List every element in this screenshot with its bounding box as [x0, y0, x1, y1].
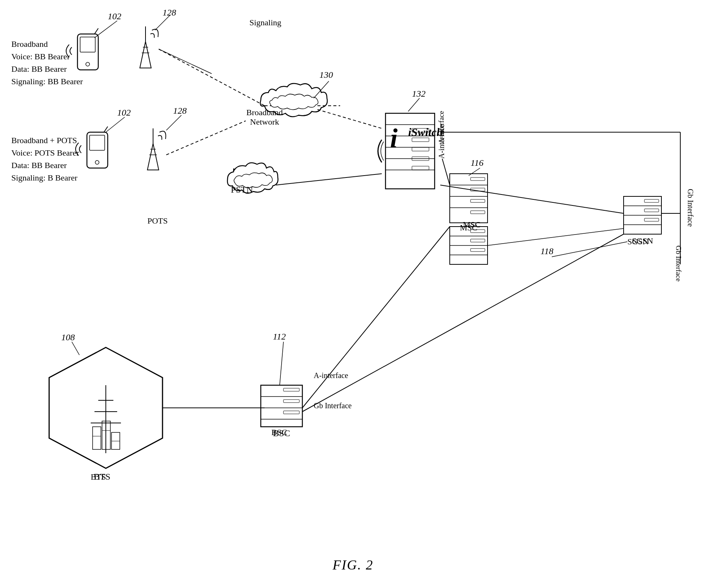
svg-line-23 [276, 174, 382, 185]
ref-108: 108 [61, 332, 75, 343]
sgsn-label: SGSN [627, 236, 649, 248]
gb-interface-bottom-label: Gb Interface [314, 400, 352, 411]
figure-caption: FIG. 2 [333, 557, 373, 573]
ref-118: 118 [540, 246, 553, 256]
svg-text:Gb Interface: Gb Interface [686, 189, 695, 227]
diagram-container: Broadband Network PSTN [0, 0, 706, 588]
ref-130: 130 [319, 70, 333, 80]
bts-label: BTS [91, 471, 106, 483]
svg-rect-35 [412, 166, 429, 170]
svg-text:PSTN: PSTN [231, 185, 253, 194]
broadband-pots-section-label: Broadband + POTS Voice: POTS Bearer Data… [11, 134, 79, 184]
diagram-svg: Broadband Network PSTN [0, 0, 706, 588]
svg-rect-87 [283, 388, 299, 391]
ref-128-top: 128 [163, 8, 176, 18]
svg-line-96 [408, 98, 420, 111]
svg-line-92 [302, 234, 624, 412]
tower-mid [147, 128, 166, 170]
svg-line-100 [552, 242, 627, 257]
tower-top [140, 26, 158, 68]
svg-rect-60 [644, 199, 659, 202]
svg-line-21 [166, 121, 246, 155]
svg-rect-14 [90, 135, 105, 150]
svg-rect-89 [283, 411, 299, 414]
msc-label: MSC [463, 219, 480, 231]
bsc-label: BSC [271, 427, 287, 438]
a-interface-bottom-label: A-interface [314, 370, 348, 381]
pots-label: POTS [147, 215, 168, 227]
svg-rect-40 [450, 174, 488, 223]
ref-112: 112 [273, 332, 286, 342]
svg-marker-4 [140, 42, 151, 68]
svg-text:i: i [390, 123, 398, 153]
svg-line-65 [440, 185, 624, 213]
svg-rect-61 [644, 209, 659, 212]
svg-marker-17 [147, 144, 159, 170]
ref-102-top: 102 [108, 11, 121, 22]
svg-rect-44 [471, 177, 485, 181]
svg-line-97 [106, 117, 125, 132]
svg-point-2 [86, 62, 90, 66]
signaling-label: Signaling [249, 17, 281, 29]
svg-point-15 [95, 161, 99, 164]
ref-128-mid: 128 [173, 106, 187, 116]
svg-text:Broadband: Broadband [246, 108, 283, 117]
gb-interface-right-label: Gb Interface [673, 245, 683, 281]
svg-text:Network: Network [250, 117, 279, 127]
msc [450, 174, 488, 223]
a-interface-right-label: A-interface [437, 111, 447, 144]
svg-line-102 [280, 342, 283, 385]
svg-rect-55 [471, 248, 485, 252]
msc2 [450, 227, 488, 264]
mobile-phone-mid [76, 127, 108, 168]
svg-line-66 [488, 228, 624, 245]
svg-rect-75 [93, 427, 101, 449]
bsc [261, 385, 302, 427]
svg-rect-54 [471, 239, 485, 242]
svg-line-91 [302, 227, 450, 408]
bts-hexagon [49, 347, 163, 468]
ref-116: 116 [471, 158, 483, 168]
svg-line-64 [442, 159, 450, 185]
ref-132: 132 [412, 89, 426, 99]
svg-rect-62 [644, 218, 659, 221]
svg-line-101 [72, 342, 79, 355]
sgsn [624, 196, 661, 234]
svg-line-3 [94, 28, 98, 34]
svg-rect-46 [471, 199, 485, 202]
svg-line-98 [166, 115, 181, 130]
svg-line-99 [469, 168, 480, 176]
svg-rect-47 [471, 211, 485, 214]
broadband-section-label: Broadband Voice: BB Bearer Data: BB Bear… [11, 38, 83, 88]
svg-line-24 [317, 110, 382, 128]
ref-102-mid: 102 [117, 108, 131, 118]
iswitch: i [378, 113, 435, 189]
svg-rect-33 [412, 147, 429, 151]
svg-rect-32 [412, 138, 429, 142]
svg-line-10 [159, 49, 212, 74]
svg-line-8 [159, 49, 265, 106]
svg-rect-88 [283, 400, 299, 403]
